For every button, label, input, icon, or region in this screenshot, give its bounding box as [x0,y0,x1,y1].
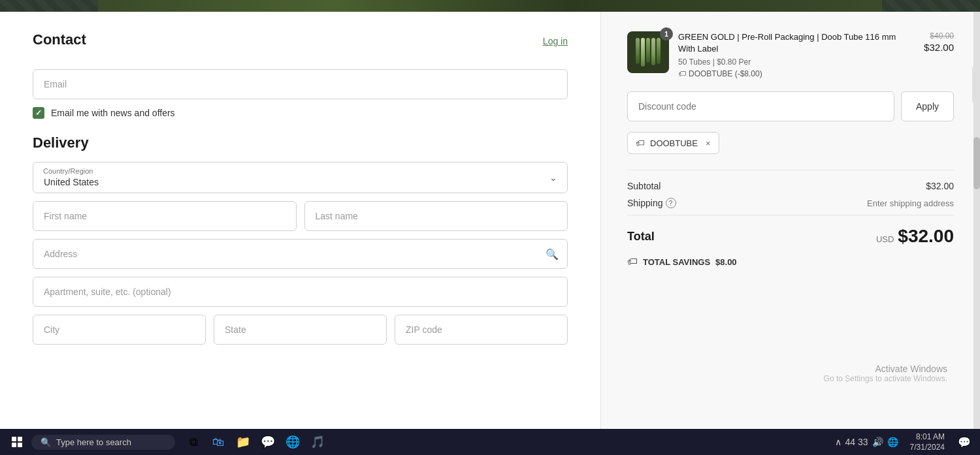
clock-date: 7/31/2024 [910,443,945,452]
price-current: $32.00 [924,42,954,53]
coupon-code-label: DOOBTUBE [650,138,698,148]
country-wrapper: Country/Region United States ⌄ [33,162,568,193]
login-link[interactable]: Log in [543,36,568,46]
activate-subtitle: Go to Settings to activate Windows. [824,374,947,383]
savings-amount: $8.00 [715,257,737,267]
name-row [33,201,568,231]
city-input[interactable] [33,315,206,345]
state-input[interactable] [214,315,387,345]
network-icon[interactable]: 🌐 [887,437,898,447]
product-image-wrapper: 1 [627,31,669,73]
discount-row: Apply [627,91,954,121]
chat-icon: 💬 [958,436,971,448]
product-item: 1 GREEN GOLD | Pre-Roll Packaging | Doob… [627,31,954,78]
first-name-input[interactable] [33,201,297,231]
newsletter-checkbox[interactable] [33,107,44,119]
newsletter-label: Email me with news and offers [51,108,175,118]
store-icon: 🛍 [212,435,224,449]
task-view-icon: ⧉ [189,435,198,449]
right-edge-handle[interactable] [972,65,980,104]
tube-bar-1 [636,38,640,64]
taskbar-clock[interactable]: 8:01 AM 7/31/2024 [905,432,950,452]
total-currency: USD [876,234,894,244]
explorer-icon: 📁 [236,435,250,449]
subtotal-value: $32.00 [926,181,954,191]
app5-button[interactable]: 🎵 [306,430,329,454]
apt-input[interactable] [33,277,568,307]
main-container: Contact Log in Email me with news and of… [0,12,980,429]
divider-2 [627,215,954,215]
taskbar: 🔍 Type here to search ⧉ 🛍 📁 💬 🌐 🎵 ∧ 44 3… [0,429,980,455]
shipping-row: Shipping ? Enter shipping address [627,198,954,208]
notifications-button[interactable]: 💬 [954,431,975,452]
scrollbar-thumb[interactable] [973,137,980,189]
email-input[interactable] [33,69,568,99]
taskbar-search-icon: 🔍 [41,437,51,447]
tray-text: 44 33 [845,437,868,447]
coupon-tag: 🏷 DOOBTUBE × [627,132,719,154]
delivery-section: Delivery Country/Region United States ⌄ … [33,134,568,345]
contact-section: Contact Log in Email me with news and of… [33,31,568,119]
zip-input[interactable] [395,315,568,345]
savings-label: TOTAL SAVINGS [643,257,710,267]
search-icon: 🔍 [546,248,559,260]
start-button[interactable] [5,430,29,454]
city-state-row [33,315,568,345]
activate-title: Activate Windows [824,364,947,374]
app5-icon: 🎵 [310,435,325,449]
whatsapp-button[interactable]: 💬 [256,430,280,454]
taskbar-search-bar[interactable]: 🔍 Type here to search [31,435,175,450]
whatsapp-icon: 💬 [261,435,275,449]
last-name-input[interactable] [304,201,568,231]
total-value-wrapper: USD $32.00 [876,226,954,247]
left-panel: Contact Log in Email me with news and of… [0,12,601,429]
apply-button[interactable]: Apply [901,91,954,121]
task-view-button[interactable]: ⧉ [182,430,205,454]
taskbar-system: ∧ 44 33 🔊 🌐 8:01 AM 7/31/2024 💬 [832,431,975,452]
newsletter-row: Email me with news and offers [33,107,568,119]
edge-button[interactable]: 🌐 [281,430,304,454]
total-label: Total [627,230,655,243]
discount-code-input[interactable] [627,91,894,121]
product-meta: 50 Tubes | $0.80 Per [678,57,915,67]
product-discount-label: DOOBTUBE (-$8.00) [689,69,762,78]
clock-time: 8:01 AM [910,432,945,443]
shipping-info-icon[interactable]: ? [666,198,676,208]
address-input[interactable] [33,239,568,269]
total-amount: $32.00 [898,226,954,247]
explorer-button[interactable]: 📁 [231,430,255,454]
store-button[interactable]: 🛍 [206,430,230,454]
top-banner [0,0,980,12]
tube-bar-2 [641,38,645,67]
savings-row: 🏷 TOTAL SAVINGS $8.00 [627,256,954,268]
tag-icon: 🏷 [678,69,686,78]
tube-bar-5 [657,38,661,64]
total-row: Total USD $32.00 [627,226,954,247]
volume-icon[interactable]: 🔊 [872,437,883,447]
edge-icon: 🌐 [286,435,300,449]
product-quantity-badge: 1 [660,27,673,40]
contact-header: Contact Log in [33,31,568,59]
product-price: $40.00 $32.00 [924,31,954,53]
right-panel: 1 GREEN GOLD | Pre-Roll Packaging | Doob… [601,12,980,429]
product-details: GREEN GOLD | Pre-Roll Packaging | Doob T… [678,31,915,78]
shipping-label: Shipping ? [627,198,676,208]
product-name: GREEN GOLD | Pre-Roll Packaging | Doob T… [678,31,915,55]
tube-bar-4 [651,38,655,65]
delivery-title: Delivery [33,134,568,151]
coupon-remove-button[interactable]: × [706,138,711,148]
savings-tag-icon: 🏷 [627,256,638,268]
address-wrapper: 🔍 [33,239,568,269]
price-original: $40.00 [924,31,954,40]
taskbar-apps: ⧉ 🛍 📁 💬 🌐 🎵 [182,430,329,454]
coupon-tag-icon: 🏷 [636,138,645,148]
chevron-icon[interactable]: ∧ [835,437,841,447]
activate-watermark: Activate Windows Go to Settings to activ… [824,364,947,383]
windows-icon [12,437,22,447]
subtotal-label: Subtotal [627,181,661,191]
contact-title: Contact [33,31,86,48]
tube-bar-3 [646,38,650,63]
subtotal-row: Subtotal $32.00 [627,181,954,191]
country-select[interactable]: United States [33,162,568,193]
country-label: Country/Region [43,167,93,175]
